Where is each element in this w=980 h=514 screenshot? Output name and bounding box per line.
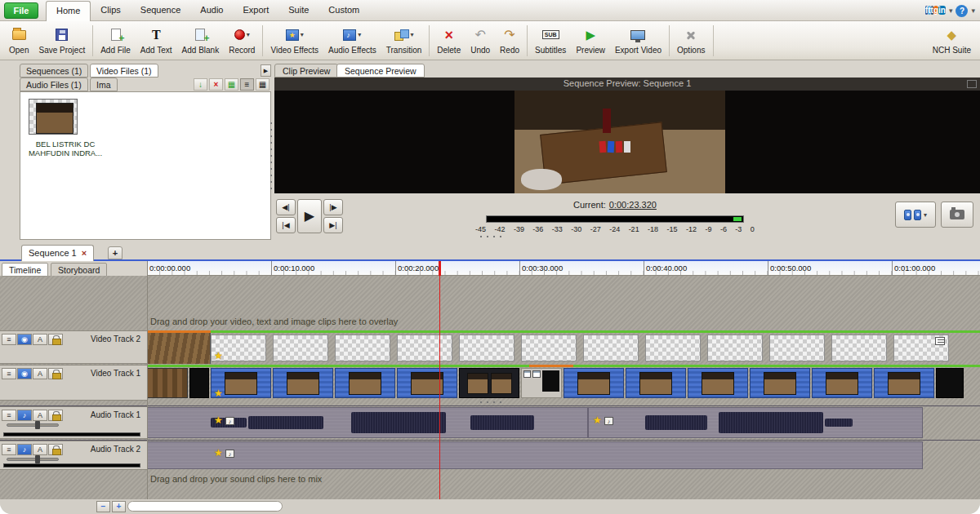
tab-custom[interactable]: Custom bbox=[318, 0, 369, 21]
step-forward-button[interactable]: |▶ bbox=[323, 199, 343, 215]
clip-effects-star-icon[interactable]: ★ bbox=[214, 414, 223, 426]
timeline-clip-overlay[interactable] bbox=[397, 335, 452, 361]
timeline-clip-video[interactable] bbox=[874, 368, 934, 398]
track-menu-icon[interactable]: ≡ bbox=[2, 334, 16, 345]
track-visibility-icon[interactable]: ◉ bbox=[17, 334, 32, 345]
options-button[interactable]: Options bbox=[672, 23, 710, 59]
delete-button[interactable]: ×Delete bbox=[432, 23, 466, 59]
tab-audio[interactable]: Audio bbox=[190, 0, 233, 21]
chevron-down-icon[interactable]: ▾ bbox=[949, 7, 953, 15]
clip-menu-icon[interactable] bbox=[935, 337, 945, 345]
audio-clip[interactable] bbox=[147, 441, 923, 469]
preview-button[interactable]: ▶Preview bbox=[571, 23, 610, 59]
playhead[interactable] bbox=[439, 276, 440, 499]
chevron-down-icon[interactable]: ▾ bbox=[247, 31, 250, 38]
add-sequence-button[interactable]: + bbox=[108, 246, 122, 259]
open-button[interactable]: Open bbox=[4, 23, 33, 59]
fullscreen-icon[interactable] bbox=[967, 80, 977, 88]
tab-storyboard-view[interactable]: Storyboard bbox=[51, 263, 107, 277]
redo-button[interactable]: ↷Redo bbox=[495, 23, 524, 59]
track-menu-icon[interactable]: ≡ bbox=[2, 368, 16, 379]
timeline-clip-video[interactable] bbox=[564, 368, 624, 398]
track-solo-icon[interactable]: A bbox=[33, 410, 47, 421]
timeline-clip-video[interactable] bbox=[335, 368, 395, 398]
add-file-button[interactable]: Add File bbox=[96, 23, 136, 59]
timeline-clip-overlay[interactable] bbox=[583, 335, 639, 361]
video-track-2-content[interactable]: ★ bbox=[147, 330, 980, 364]
horizontal-splitter-handle[interactable] bbox=[480, 401, 503, 403]
track-solo-icon[interactable]: A bbox=[33, 334, 47, 345]
clip-volume-icon[interactable]: ♪ bbox=[225, 417, 234, 425]
track-lock-icon[interactable] bbox=[48, 444, 63, 455]
list-view-icon[interactable]: ≡ bbox=[240, 78, 254, 91]
media-file-thumbnail[interactable] bbox=[29, 99, 78, 135]
audio-track-1-content[interactable]: ★ ♪ ★ ♪ bbox=[147, 406, 980, 439]
zoom-out-button[interactable]: − bbox=[96, 501, 110, 512]
track-menu-icon[interactable]: ≡ bbox=[2, 410, 16, 421]
timeline-clip-overlay[interactable] bbox=[147, 333, 211, 364]
close-tab-icon[interactable]: × bbox=[82, 248, 87, 258]
tab-clips[interactable]: Clips bbox=[91, 0, 130, 21]
timeline-clip-video[interactable] bbox=[750, 368, 810, 398]
tab-timeline-view[interactable]: Timeline bbox=[2, 263, 48, 277]
chevron-down-icon[interactable]: ▾ bbox=[924, 211, 927, 219]
clip-effects-star-icon[interactable]: ★ bbox=[214, 388, 223, 399]
track-solo-icon[interactable]: A bbox=[33, 368, 47, 379]
track-mute-icon[interactable]: ♪ bbox=[17, 410, 32, 421]
tab-audio-files[interactable]: Audio Files (1) bbox=[20, 78, 88, 91]
go-to-start-button[interactable]: |◀ bbox=[276, 217, 296, 233]
timeline-clip-overlay[interactable] bbox=[707, 335, 763, 361]
nch-suite-button[interactable]: ◆NCH Suite bbox=[928, 23, 976, 59]
remove-file-icon[interactable]: × bbox=[209, 78, 223, 91]
chevron-down-icon[interactable]: ▾ bbox=[358, 31, 361, 38]
track-visibility-icon[interactable]: ◉ bbox=[17, 368, 32, 379]
track-volume-slider[interactable] bbox=[7, 458, 59, 461]
timeline-clip-video[interactable] bbox=[459, 368, 519, 398]
add-media-icon[interactable]: ▦ bbox=[225, 78, 238, 91]
save-project-button[interactable]: Save Project bbox=[33, 23, 90, 59]
tab-clip-preview[interactable]: Clip Preview bbox=[274, 64, 338, 78]
track-lock-icon[interactable] bbox=[48, 368, 63, 379]
timeline-clip-overlay[interactable] bbox=[459, 335, 514, 361]
clip-effects-star-icon[interactable]: ★ bbox=[214, 447, 223, 459]
timeline-clip-video[interactable] bbox=[189, 368, 209, 398]
tab-home[interactable]: Home bbox=[46, 1, 91, 21]
timeline-clip-overlay[interactable] bbox=[335, 335, 390, 361]
track-solo-icon[interactable]: A bbox=[33, 444, 47, 455]
timeline-clip-overlay[interactable] bbox=[645, 335, 701, 361]
preview-viewport[interactable]: Sequence Preview: Sequence 1 bbox=[274, 78, 980, 193]
video-track-1-content[interactable]: ★ bbox=[147, 365, 980, 401]
sequence-tab[interactable]: Sequence 1× bbox=[21, 245, 94, 261]
tab-suite[interactable]: Suite bbox=[278, 0, 318, 21]
tab-export[interactable]: Export bbox=[233, 0, 278, 21]
current-time-value[interactable]: 0:00:23.320 bbox=[609, 200, 657, 210]
play-button[interactable]: ▶ bbox=[297, 199, 322, 233]
record-button[interactable]: ▾Record bbox=[224, 23, 260, 59]
snapshot-button[interactable] bbox=[941, 202, 973, 228]
track-menu-icon[interactable]: ≡ bbox=[2, 444, 16, 455]
help-icon[interactable]: ? bbox=[956, 5, 968, 17]
social-icon[interactable]: in bbox=[938, 6, 946, 15]
add-text-button[interactable]: TAdd Text bbox=[136, 23, 177, 59]
transition-button[interactable]: ▾Transition bbox=[381, 23, 427, 59]
track-lock-icon[interactable] bbox=[48, 410, 63, 421]
timeline-clip-video[interactable] bbox=[521, 368, 562, 398]
undo-button[interactable]: ↶Undo bbox=[466, 23, 495, 59]
tab-images[interactable]: Ima bbox=[90, 78, 118, 91]
subtitles-button[interactable]: SUBSubtitles bbox=[530, 23, 571, 59]
track-mute-icon[interactable]: ♪ bbox=[17, 444, 32, 455]
audio-track-2-content[interactable]: ★ ♪ bbox=[147, 441, 980, 470]
zoom-in-button[interactable]: + bbox=[112, 501, 126, 512]
timeline-clip-video[interactable] bbox=[147, 368, 188, 398]
timeline-ruler[interactable]: 0:00:00.000 0:00:10.000 0:00:20.000 0:00… bbox=[147, 261, 980, 276]
tab-sequences[interactable]: Sequences (1) bbox=[20, 64, 88, 78]
add-blank-button[interactable]: Add Blank bbox=[177, 23, 225, 59]
go-to-end-button[interactable]: ▶| bbox=[323, 217, 343, 233]
timeline-clip-video[interactable] bbox=[688, 368, 748, 398]
timeline-clip-overlay[interactable] bbox=[521, 335, 577, 361]
timeline-clip-overlay[interactable] bbox=[831, 335, 887, 361]
horizontal-splitter-handle[interactable] bbox=[480, 236, 503, 237]
timeline-zoom-slider[interactable] bbox=[127, 501, 283, 512]
chevron-down-icon[interactable]: ▾ bbox=[971, 7, 975, 15]
tab-sequence-preview[interactable]: Sequence Preview bbox=[336, 64, 425, 78]
